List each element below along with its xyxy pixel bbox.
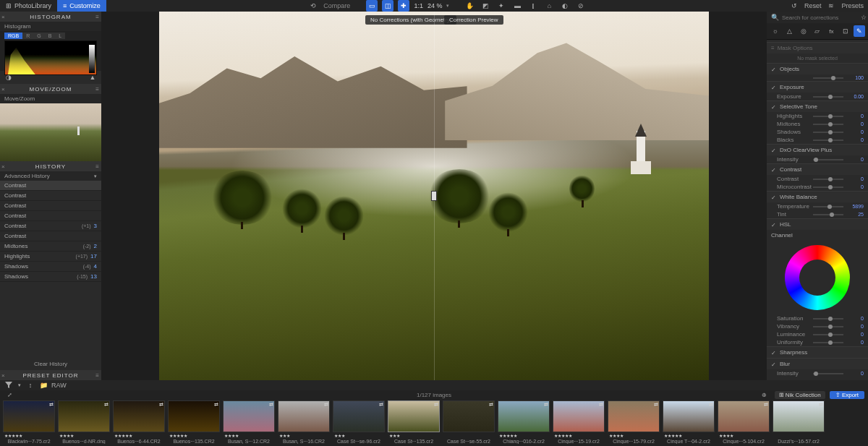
line-tool-icon[interactable]: ▬ [511,0,523,12]
view-compare-icon[interactable]: ✚ [398,0,409,12]
slider-row[interactable]: Intensity0 [767,369,868,377]
split-handle[interactable] [431,191,437,201]
slider-row[interactable]: Microcontrast0 [767,183,868,191]
rgb-btn-l[interactable]: L [55,33,65,39]
tab-customize[interactable]: ≡ Customize [57,0,106,12]
sharpness-section-label[interactable]: Sharpness [780,349,807,356]
menu-icon[interactable]: ≡ [95,14,100,20]
repair-icon[interactable]: ⌂ [543,0,555,12]
image-viewer[interactable]: No Corrections (with Geometry) Correctio… [101,12,767,380]
fx-tool-icon[interactable]: fx [825,25,837,37]
thumbnail[interactable]: ⇄★★★★★Cinque T···04-2.cr2 [663,400,715,445]
color-tool-icon[interactable]: △ [783,25,795,37]
thumbnail[interactable]: ⇄Case St···se-55.cr2 [443,400,495,445]
section-dxo clearview plus[interactable]: ✓DxO ClearView Plus [767,144,868,155]
checkbox-icon[interactable]: ✓ [771,147,777,153]
section-contrast[interactable]: ✓Contrast [767,163,868,175]
wand-tool-icon[interactable]: ✦ [495,0,507,12]
history-item[interactable]: Shadows(-15)13 [0,272,101,282]
export-button[interactable]: ⇪ Export [830,391,864,399]
history-item[interactable]: Contrast [0,211,101,221]
slider-row[interactable]: Highlights0 [767,112,868,120]
redeye-icon[interactable]: ◐ [559,0,571,12]
history-item[interactable]: Contrast [0,231,101,241]
slider-row[interactable]: Midtones0 [767,120,868,128]
detail-tool-icon[interactable]: ◎ [798,25,809,37]
hsl-section-label[interactable]: HSL [780,221,791,228]
reset-icon[interactable]: ↺ [788,0,800,12]
watermark-tool-icon[interactable]: ⊡ [840,25,851,37]
zoom-level[interactable]: 24 % [427,2,443,9]
rgb-btn-b[interactable]: B [45,33,56,39]
zoom-dropdown-icon[interactable]: ▾ [446,3,449,9]
thumbnail[interactable]: ⇄★★★★Cinque···5-104.cr2 [718,400,770,445]
path-label[interactable]: RAW [51,382,67,389]
rgb-btn-g[interactable]: G [33,33,44,39]
view-split-icon[interactable]: ◫ [382,0,393,12]
view-single-icon[interactable]: ▭ [366,0,378,12]
circle-plus-icon[interactable]: ⊕ [759,389,770,400]
clear-history-button[interactable]: Clear History [0,358,101,370]
history-item[interactable]: Contrast [0,191,101,201]
slider-row[interactable]: Uniformity0 [767,338,868,346]
thumbnail[interactable]: ⇄★★★★Busan, S···12.CR2 [223,400,275,445]
expand-icon[interactable]: ⤢ [4,389,15,400]
checkbox-icon[interactable]: ✓ [771,167,777,173]
checkbox-icon[interactable]: ✓ [771,350,777,356]
history-item[interactable]: Contrast [0,201,101,211]
slider-row[interactable]: Shadows0 [767,128,868,136]
tab-photolibrary[interactable]: ⊞ PhotoLibrary [0,0,57,12]
thumbnail[interactable]: ⇄★★★Case St···se-96.cr2 [333,400,385,445]
refresh-icon[interactable]: ⟲ [307,0,319,12]
menu-icon[interactable]: ≡ [771,45,775,51]
thumbnail[interactable]: ⇄★★★Case St···135.cr2 [388,400,440,445]
star-icon[interactable]: ☆ [861,14,867,21]
menu-icon[interactable]: ≡ [95,372,100,379]
tag-icon[interactable]: ⊘ [575,0,587,12]
crop-tool-icon[interactable]: ◩ [480,0,491,12]
nik-collection-button[interactable]: ⊞ Nik Collection [775,391,825,399]
thumbnail[interactable]: ⇄★★★★★Buenos···135.CR2 [168,400,220,445]
section-selective tone[interactable]: ✓Selective Tone [767,100,868,112]
rgb-btn-r[interactable]: R [22,33,33,39]
blur-section-label[interactable]: Blur [780,361,790,367]
sort-icon[interactable]: ↕ [25,379,36,391]
hsl-color-wheel[interactable] [785,245,850,310]
section-white balance[interactable]: ✓White Balance [767,191,868,202]
history-item[interactable]: Contrast(+1)3 [0,221,101,231]
slider-row[interactable]: Contrast0 [767,175,868,183]
navigator-thumbnail[interactable] [0,103,101,161]
zoom-ratio[interactable]: 1:1 [414,2,423,9]
slider-row[interactable]: Exposure0.00 [767,93,868,100]
checkbox-icon[interactable]: ✓ [771,361,777,367]
history-item[interactable]: Highlights(+17)17 [0,252,101,262]
slider-row[interactable]: 100 [767,74,868,81]
rgb-btn-rgb[interactable]: RGB [4,33,22,39]
checkbox-icon[interactable]: ✓ [771,104,777,110]
checkbox-icon[interactable]: ✓ [771,194,777,200]
slider-row[interactable]: Tint25 [767,210,868,218]
hand-tool-icon[interactable]: ✋ [464,0,475,12]
close-icon[interactable]: × [1,14,6,20]
menu-icon[interactable]: ≡ [95,163,100,170]
slider-row[interactable]: Luminance0 [767,330,868,338]
checkbox-icon[interactable]: ✓ [771,67,777,72]
chevron-down-icon[interactable]: ▾ [18,382,21,388]
thumbnail[interactable]: ⇄★★★★★Buenos···6-44.CR2 [113,400,165,445]
advanced-history-subheader[interactable]: Advanced History▾ [0,171,101,181]
close-icon[interactable]: × [1,372,6,379]
thumbnail[interactable]: ⇄★★★★★Cinque···15-19.cr2 [553,400,605,445]
presets-button[interactable]: Presets [841,2,864,9]
history-item[interactable]: Contrast [0,181,101,191]
close-icon[interactable]: × [1,86,6,93]
thumbnail[interactable]: ⇄★★★★Buenos···d-NR.dng [58,400,110,445]
history-item[interactable]: Midtones(-2)2 [0,241,101,252]
thumbnail[interactable]: ⇄★★★★★Blackwin···7-75.cr2 [3,400,55,445]
presets-icon[interactable]: ≋ [825,0,837,12]
slider-row[interactable]: Vibrancy0 [767,322,868,330]
filmstrip[interactable]: ⇄★★★★★Blackwin···7-75.cr2⇄★★★★Buenos···d… [0,399,868,446]
perspective-icon[interactable]: ⫿ [527,0,539,12]
slider-row[interactable]: Temperature5899 [767,202,868,210]
thumbnail[interactable]: ⇄Duzzi's···16-57.cr2 [773,400,825,445]
local-adj-icon[interactable]: ✎ [854,25,865,37]
